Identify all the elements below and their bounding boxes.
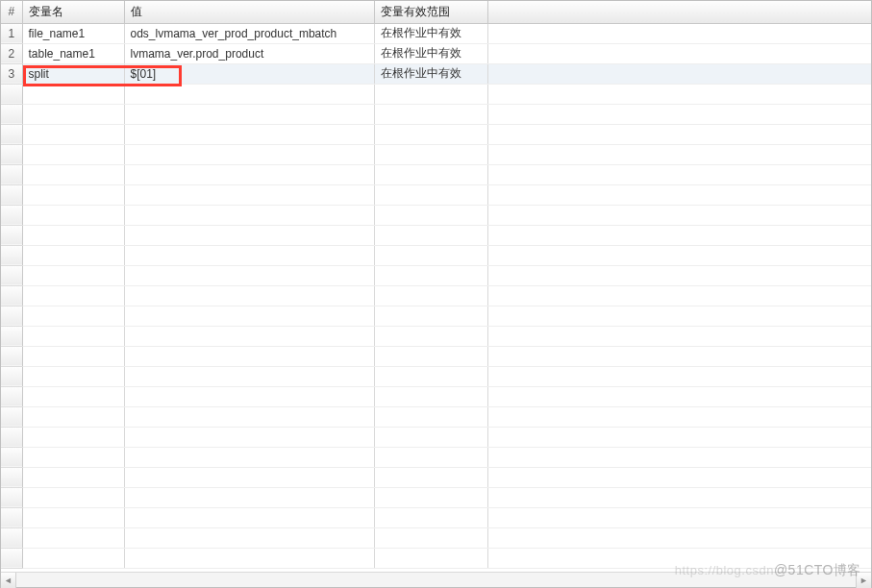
table-row-empty[interactable] (1, 326, 871, 346)
table-header-row: # 变量名 值 变量有效范围 (1, 1, 871, 23)
variables-table-container: # 变量名 值 变量有效范围 1 file_name1 ods_lvmama_v… (1, 1, 871, 572)
variables-panel: # 变量名 值 变量有效范围 1 file_name1 ods_lvmama_v… (0, 0, 872, 588)
cell-value[interactable]: lvmama_ver.prod_product (124, 43, 374, 63)
cell-scope[interactable]: 在根作业中有效 (374, 23, 487, 43)
table-row-empty[interactable] (1, 184, 871, 205)
table-body: 1 file_name1 ods_lvmama_ver_prod_product… (1, 23, 871, 568)
table-row-empty[interactable] (1, 265, 871, 285)
table-row-empty[interactable] (1, 386, 871, 406)
cell-blank (487, 43, 871, 63)
table-row-empty[interactable] (1, 144, 871, 164)
header-blank (487, 1, 871, 23)
table-row-empty[interactable] (1, 164, 871, 184)
table-row[interactable]: 3 split $[01] 在根作业中有效 (1, 63, 871, 84)
table-row-empty[interactable] (1, 366, 871, 386)
table-row-empty[interactable] (1, 467, 871, 487)
cell-scope[interactable]: 在根作业中有效 (374, 63, 487, 84)
table-row[interactable]: 1 file_name1 ods_lvmama_ver_prod_product… (1, 23, 871, 43)
table-row-empty[interactable] (1, 427, 871, 447)
table-row-empty[interactable] (1, 346, 871, 366)
cell-value[interactable]: ods_lvmama_ver_prod_product_mbatch (124, 23, 374, 43)
table-row-empty[interactable] (1, 205, 871, 225)
table-row-empty[interactable] (1, 124, 871, 144)
scroll-right-icon[interactable]: ► (856, 573, 871, 588)
table-row-empty[interactable] (1, 447, 871, 467)
table-row-empty[interactable] (1, 84, 871, 104)
cell-scope[interactable]: 在根作业中有效 (374, 43, 487, 63)
cell-blank (487, 63, 871, 84)
table-row-empty[interactable] (1, 487, 871, 507)
row-num: 1 (1, 23, 22, 43)
header-num[interactable]: # (1, 1, 22, 23)
row-num: 2 (1, 43, 22, 63)
header-value[interactable]: 值 (124, 1, 374, 23)
table-row-empty[interactable] (1, 507, 871, 527)
cell-name[interactable]: table_name1 (22, 43, 124, 63)
horizontal-scrollbar[interactable]: ◄ ► (1, 572, 871, 587)
variables-table[interactable]: # 变量名 值 变量有效范围 1 file_name1 ods_lvmama_v… (1, 1, 871, 569)
table-row[interactable]: 2 table_name1 lvmama_ver.prod_product 在根… (1, 43, 871, 63)
row-num: 3 (1, 63, 22, 84)
cell-name[interactable]: split (22, 63, 124, 84)
table-row-empty[interactable] (1, 406, 871, 427)
cell-blank (487, 23, 871, 43)
header-name[interactable]: 变量名 (22, 1, 124, 23)
table-row-empty[interactable] (1, 225, 871, 245)
cell-name[interactable]: file_name1 (22, 23, 124, 43)
cell-value[interactable]: $[01] (124, 63, 374, 84)
table-row-empty[interactable] (1, 104, 871, 124)
table-row-empty[interactable] (1, 527, 871, 548)
table-row-empty[interactable] (1, 548, 871, 568)
header-scope[interactable]: 变量有效范围 (374, 1, 487, 23)
scroll-left-icon[interactable]: ◄ (1, 573, 16, 588)
table-row-empty[interactable] (1, 285, 871, 306)
table-row-empty[interactable] (1, 306, 871, 326)
table-row-empty[interactable] (1, 245, 871, 265)
